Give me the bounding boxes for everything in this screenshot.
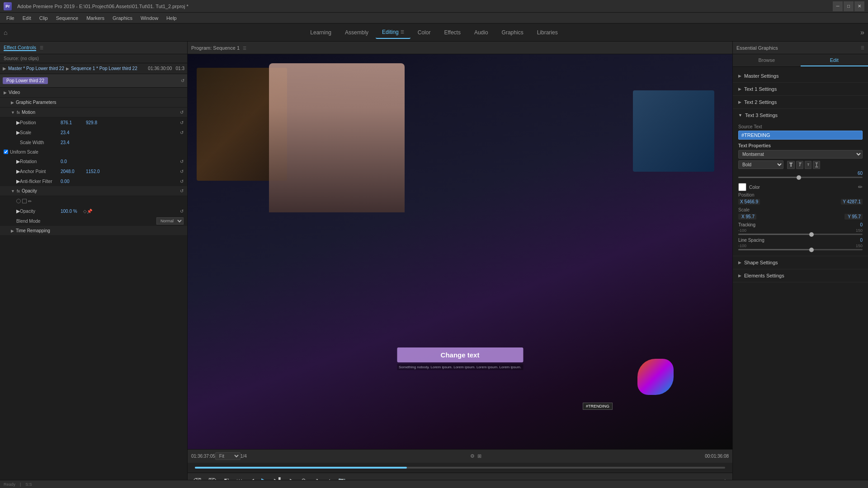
position-reset-button[interactable]: ↺	[180, 120, 184, 125]
text2-settings-header[interactable]: ▶ Text 2 Settings	[733, 96, 868, 108]
anchor-reset-button[interactable]: ↺	[180, 169, 184, 174]
source-text-input[interactable]	[738, 131, 863, 140]
blend-mode-select[interactable]: Normal	[156, 217, 184, 225]
opacity-val-reset-button[interactable]: ↺	[180, 209, 184, 214]
tab-effects[interactable]: Effects	[438, 27, 467, 38]
format-T1-button[interactable]: T	[787, 161, 795, 169]
menu-markers[interactable]: Markers	[83, 14, 108, 22]
scale-width-value[interactable]: 23.4	[61, 140, 83, 145]
video-section-header[interactable]: ▶ Video	[0, 88, 187, 98]
monitor-duration: 00:01:36:08	[705, 454, 729, 459]
minimize-button[interactable]: ─	[833, 1, 843, 11]
maximize-button[interactable]: □	[844, 1, 854, 11]
format-T3-button[interactable]: T	[805, 161, 811, 169]
progress-bar[interactable]	[195, 467, 725, 469]
color-swatch[interactable]	[738, 183, 746, 191]
close-button[interactable]: ✕	[854, 1, 864, 11]
motion-section-header[interactable]: ▼ fx Motion ↺	[0, 108, 187, 117]
video-right-element	[633, 90, 714, 172]
rotation-value[interactable]: 0.0	[61, 159, 83, 164]
duration-value: 01:3	[176, 66, 184, 71]
line-spacing-slider[interactable]	[738, 249, 863, 250]
position-y-value[interactable]: 929.8	[86, 120, 97, 125]
elements-settings-header[interactable]: ▶ Elements Settings	[733, 269, 868, 282]
tab-libraries[interactable]: Libraries	[531, 27, 564, 38]
effect-controls-tab[interactable]: Effect Controls	[4, 45, 36, 51]
menu-graphics[interactable]: Graphics	[109, 14, 136, 22]
color-edit-icon[interactable]: ✏	[858, 184, 863, 190]
safe-zone-icon[interactable]: ⊞	[477, 453, 481, 459]
graphic-params-header[interactable]: ▶ Graphic Parameters	[0, 98, 187, 108]
font-select[interactable]: Montserrat	[738, 150, 863, 159]
position-section: Position X 5466.9 Y 4287.1	[738, 192, 863, 205]
status-scale: S:S	[25, 482, 32, 487]
scale-x-value[interactable]: X 95.7	[738, 214, 756, 220]
tab-graphics[interactable]: Graphics	[495, 27, 530, 38]
scale-x-coord: X 95.7	[738, 214, 756, 220]
rotation-reset-button[interactable]: ↺	[180, 159, 184, 164]
uniform-scale-checkbox[interactable]	[4, 150, 8, 154]
font-size-thumb[interactable]	[797, 175, 801, 180]
tracking-slider[interactable]	[738, 234, 863, 235]
master-settings-section: ▶ Master Settings	[733, 70, 868, 83]
settings-icon[interactable]: ⚙	[470, 453, 475, 459]
rotation-label: Rotation	[20, 159, 61, 164]
ls-thumb[interactable]	[809, 248, 814, 252]
style-select[interactable]: Bold Regular Italic	[738, 160, 783, 169]
font-size-slider[interactable]	[738, 177, 863, 178]
pos-y-value[interactable]: Y 4287.1	[841, 199, 863, 205]
eg-tab-edit[interactable]: Edit	[801, 54, 868, 66]
menu-window[interactable]: Window	[137, 14, 162, 22]
opacity-keyframe-button[interactable]: ◇	[83, 209, 87, 214]
eg-menu-icon[interactable]: ☰	[861, 46, 864, 50]
motion-reset-button[interactable]: ↺	[180, 110, 184, 115]
text1-settings-header[interactable]: ▶ Text 1 Settings	[733, 83, 868, 95]
play-button-small[interactable]: ▶	[3, 66, 6, 71]
text3-settings-header[interactable]: ▼ Text 3 Settings	[733, 109, 868, 122]
format-T4-button[interactable]: T	[813, 161, 820, 169]
menu-clip[interactable]: Clip	[36, 14, 52, 22]
scale-reset-button[interactable]: ↺	[180, 130, 184, 135]
change-text-label: Change text	[441, 351, 480, 359]
menu-sequence[interactable]: Sequence	[52, 14, 82, 22]
format-T2-button[interactable]: T	[796, 161, 803, 169]
anchor-y-value[interactable]: 1152.0	[86, 169, 100, 174]
pos-x-value[interactable]: X 5466.9	[738, 199, 760, 205]
tab-audio[interactable]: Audio	[468, 27, 495, 38]
home-button[interactable]: ⌂	[4, 29, 7, 36]
tab-color[interactable]: Color	[411, 27, 437, 38]
sequence-label[interactable]: Sequence 1 * Pop Lower third 22	[71, 66, 137, 71]
tab-learning[interactable]: Learning	[304, 27, 338, 38]
tracking-thumb[interactable]	[809, 232, 814, 237]
effect-controls-menu-icon[interactable]: ☰	[40, 46, 43, 50]
tab-editing[interactable]: Editing ☰	[376, 26, 410, 39]
master-settings-header[interactable]: ▶ Master Settings	[733, 70, 868, 82]
properties-area: ▶ Video ▶ Graphic Parameters ▼ fx Motion…	[0, 88, 187, 488]
time-remapping-header[interactable]: ▶ Time Remapping	[0, 226, 187, 236]
opacity-value[interactable]: 100.0 %	[61, 209, 83, 214]
reset-all-button[interactable]: ↺	[181, 78, 184, 83]
menu-edit[interactable]: Edit	[19, 14, 35, 22]
font-size-container: 60	[738, 171, 863, 178]
anchor-x-value[interactable]: 2048.0	[61, 169, 83, 174]
tab-assembly[interactable]: Assembly	[339, 27, 375, 38]
scale-value[interactable]: 23.4	[61, 130, 83, 135]
master-label[interactable]: Master * Pop Lower third 22	[8, 66, 64, 71]
monitor-timecode: 01:36:37:05	[191, 454, 215, 459]
opacity-section-header[interactable]: ▼ fx Opacity ↺	[0, 186, 187, 196]
anti-flicker-reset-button[interactable]: ↺	[180, 179, 184, 184]
menu-file[interactable]: File	[3, 14, 18, 22]
opacity-reset-button[interactable]: ↺	[180, 188, 184, 193]
scale-y-value[interactable]: Y 95.7	[844, 214, 863, 220]
source-label: Source: (no clips)	[4, 56, 39, 61]
eg-tab-browse[interactable]: Browse	[733, 54, 801, 66]
position-x-value[interactable]: 876.1	[61, 120, 83, 125]
anti-flicker-value[interactable]: 0.00	[61, 179, 83, 184]
fit-select[interactable]: Fit 25% 50% 75% 100%	[215, 452, 241, 460]
more-workspaces-button[interactable]: »	[860, 28, 864, 37]
blend-mode-label: Blend Mode	[16, 219, 57, 224]
menu-help[interactable]: Help	[163, 14, 180, 22]
opacity-pin-button[interactable]: 📌	[87, 209, 92, 214]
shape-settings-header[interactable]: ▶ Shape Settings	[733, 256, 868, 269]
program-monitor-panel: Program: Sequence 1 ☰ Change text	[188, 42, 732, 488]
